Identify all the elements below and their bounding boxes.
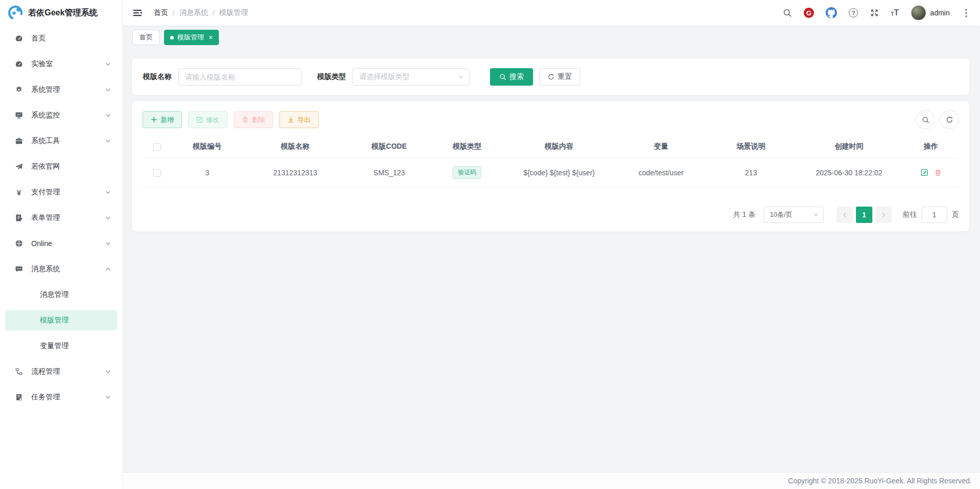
cell-template-name: 21312312313: [243, 158, 348, 187]
task-book-icon: [14, 393, 24, 402]
add-button[interactable]: 新增: [142, 111, 182, 128]
goto-page-input[interactable]: [922, 207, 947, 223]
chevron-down-icon: [105, 61, 111, 67]
table-panel: 新增 修改 删除 导出: [132, 101, 969, 231]
main-column: 首页 / 消息系统 / 模版管理 G ? TT admin ⋮: [123, 0, 980, 489]
close-icon[interactable]: ×: [209, 34, 213, 41]
sidebar-subitem-message-mgmt[interactable]: 消息管理: [0, 282, 122, 308]
sidebar-item-label: 任务管理: [31, 393, 105, 402]
reset-button[interactable]: 重置: [539, 68, 580, 86]
document-edit-icon: [14, 213, 24, 222]
sidebar-item-lab[interactable]: 实验室: [0, 51, 122, 77]
workspace-spacer: [132, 231, 969, 472]
kebab-menu-icon[interactable]: ⋮: [962, 7, 971, 18]
tab-template-mgmt[interactable]: 模版管理 ×: [164, 30, 219, 45]
template-name-input[interactable]: [178, 68, 301, 86]
template-name-label: 模版名称: [143, 72, 172, 82]
next-page-button[interactable]: [875, 207, 892, 223]
refresh-icon[interactable]: [940, 110, 959, 129]
fullscreen-icon[interactable]: [870, 8, 879, 17]
sidebar-item-message-system[interactable]: 消息系统: [0, 256, 122, 282]
search-button-label: 搜索: [509, 72, 524, 82]
export-button[interactable]: 导出: [279, 111, 319, 128]
table-actions: [916, 110, 959, 129]
avatar[interactable]: [911, 5, 926, 21]
plus-icon: [151, 116, 157, 123]
cell-created-at: 2025-06-30 18:22:02: [795, 158, 903, 187]
gitee-icon[interactable]: G: [804, 8, 814, 18]
gear-icon: [14, 85, 24, 94]
globe-icon: [14, 239, 24, 248]
pagination-total: 共 1 条: [733, 210, 756, 219]
cell-template-code: SMS_123: [347, 158, 431, 187]
column-header: 模版编号: [171, 135, 243, 158]
sidebar-item-label: 表单管理: [31, 213, 105, 222]
select-all-checkbox[interactable]: [153, 143, 161, 151]
template-type-select[interactable]: 请选择模版类型: [353, 68, 469, 86]
download-icon: [288, 116, 294, 123]
chevron-down-icon: [105, 138, 111, 144]
monitor-icon: [14, 111, 24, 120]
sidebar-item-system-tools[interactable]: 系统工具: [0, 128, 122, 154]
sidebar-subitem-label: 模版管理: [40, 316, 69, 325]
table-header-row: 模版编号 模版名称 模版CODE 模版类型 模版内容 变量 场景说明 创建时间 …: [142, 135, 959, 158]
cell-scene: 213: [707, 158, 795, 187]
tab-home[interactable]: 首页: [132, 30, 160, 45]
type-tag: 验证码: [453, 166, 481, 179]
sidebar-item-system-mgmt[interactable]: 系统管理: [0, 77, 122, 103]
user-menu[interactable]: admin: [911, 5, 950, 21]
dashboard-icon: [14, 59, 24, 69]
reset-button-label: 重置: [558, 72, 572, 82]
font-size-icon[interactable]: TT: [891, 9, 899, 17]
sidebar-item-online[interactable]: Online: [0, 231, 122, 256]
table-toolbar: 新增 修改 删除 导出: [142, 110, 959, 129]
sidebar-item-task-mgmt[interactable]: 任务管理: [0, 384, 122, 410]
pagination: 共 1 条 10条/页 1 前往 页: [142, 207, 959, 223]
sidebar-item-form-mgmt[interactable]: 表单管理: [0, 205, 122, 231]
page-size-select[interactable]: 10条/页: [764, 207, 824, 223]
prev-page-button[interactable]: [836, 207, 853, 223]
sidebar-subitem-template-mgmt[interactable]: 模版管理: [5, 310, 117, 331]
search-icon[interactable]: [783, 8, 792, 17]
dashboard-icon: [14, 34, 24, 43]
sidebar-subitem-variable-mgmt[interactable]: 变量管理: [0, 333, 122, 359]
sidebar-item-label: Online: [31, 239, 105, 248]
topbar-actions: G ? TT admin ⋮: [783, 5, 971, 21]
logo-row[interactable]: 若依Geek管理系统: [0, 0, 122, 26]
column-header: 模版CODE: [347, 135, 431, 158]
page-number[interactable]: 1: [856, 207, 872, 223]
row-checkbox[interactable]: [153, 169, 161, 177]
row-delete-icon[interactable]: [934, 169, 942, 176]
github-icon[interactable]: [826, 7, 837, 18]
cell-template-id: 3: [171, 158, 243, 187]
column-header: 创建时间: [795, 135, 903, 158]
sidebar-item-home[interactable]: 首页: [0, 26, 122, 51]
delete-button[interactable]: 删除: [234, 111, 273, 128]
edit-icon: [196, 116, 203, 123]
help-icon[interactable]: ?: [849, 8, 858, 17]
breadcrumb-item[interactable]: 首页: [154, 8, 168, 17]
chevron-up-icon: [105, 266, 111, 272]
search-button[interactable]: 搜索: [490, 68, 533, 86]
sidebar-collapse-icon[interactable]: [132, 8, 142, 18]
breadcrumb-separator: /: [213, 9, 215, 17]
template-table: 模版编号 模版名称 模版CODE 模版类型 模版内容 变量 场景说明 创建时间 …: [142, 135, 959, 187]
goto-label: 前往: [903, 210, 917, 219]
edit-button-label: 修改: [206, 115, 219, 125]
chevron-down-icon: [105, 215, 111, 221]
sidebar-item-label: 首页: [31, 34, 111, 43]
export-button-label: 导出: [297, 115, 311, 125]
breadcrumb-item: 模版管理: [219, 8, 248, 17]
sidebar-item-official-site[interactable]: 若依官网: [0, 154, 122, 179]
edit-button[interactable]: 修改: [188, 111, 228, 128]
sidebar-item-payment-mgmt[interactable]: ¥ 支付管理: [0, 179, 122, 205]
tab-label: 模版管理: [177, 33, 204, 42]
show-search-icon[interactable]: [916, 110, 935, 129]
sidebar-item-process-mgmt[interactable]: 流程管理: [0, 359, 122, 384]
sidebar-item-system-monitor[interactable]: 系统监控: [0, 103, 122, 128]
flow-icon: [14, 367, 24, 376]
yen-icon: ¥: [14, 188, 24, 197]
row-edit-icon[interactable]: [921, 169, 928, 176]
column-header: 场景说明: [707, 135, 795, 158]
app-root: 若依Geek管理系统 首页 实验室 系统管理 系统监控: [0, 0, 980, 489]
